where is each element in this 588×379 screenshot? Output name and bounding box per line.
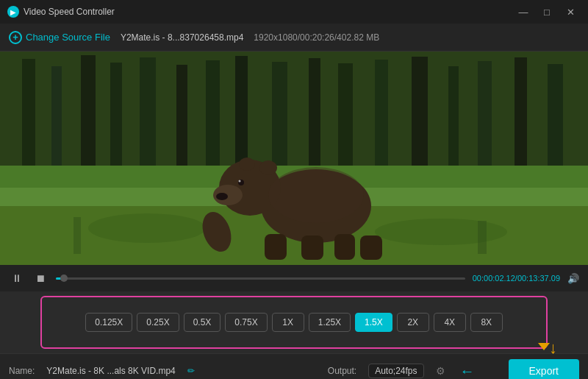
svg-rect-34 [265,234,287,260]
add-icon: + [9,31,22,44]
svg-rect-19 [548,64,563,169]
svg-rect-35 [301,235,323,260]
output-value[interactable]: Auto;24fps [368,364,423,378]
title-text: Video Speed Controller [24,7,115,17]
play-pause-button[interactable]: ⏸ [9,270,25,286]
volume-icon[interactable]: 🔊 [567,273,579,284]
svg-rect-14 [375,60,388,169]
svg-rect-8 [176,65,187,169]
speed-button-075X[interactable]: 0.75X [225,313,267,332]
video-thumbnail [0,52,588,265]
video-area[interactable] [0,52,588,265]
playback-bar: ⏸ ⏹ 00:00:02.12/00:13:37.09 🔊 [0,265,588,291]
app-icon: ▶ [7,6,19,18]
svg-rect-9 [206,60,220,169]
minimize-button[interactable]: — [513,4,534,19]
bottom-bar: Name: Y2Mate.is - 8K ...als 8K VID.mp4 ✏… [0,353,588,379]
svg-rect-16 [448,66,459,169]
speed-button-8X[interactable]: 8X [470,313,503,332]
svg-point-40 [216,193,228,200]
speed-button-05X[interactable]: 0.5X [184,313,221,332]
speed-button-0125X[interactable]: 0.125X [85,313,132,332]
progress-dot [60,274,68,282]
svg-rect-10 [235,56,248,169]
toolbar: + Change Source File Y2Mate.is - 8...837… [0,24,588,52]
file-name: Y2Mate.is - 8...837026458.mp4 [121,32,243,43]
close-button[interactable]: ✕ [560,4,581,19]
svg-rect-18 [514,57,527,169]
svg-rect-37 [360,235,382,260]
progress-track[interactable] [56,277,465,280]
speed-button-125X[interactable]: 1.25X [309,313,351,332]
svg-rect-12 [309,58,320,169]
export-button[interactable]: Export [509,359,579,379]
time-display: 00:00:02.12/00:13:37.09 [473,274,560,283]
file-info: Y2Mate.is - 8...837026458.mp4 1920x1080/… [121,32,379,43]
change-source-button[interactable]: + Change Source File [9,31,110,44]
svg-rect-17 [478,61,492,169]
svg-rect-26 [478,221,487,254]
name-label: Name: [9,366,35,376]
down-arrow-icon: ↓ [549,339,557,358]
svg-rect-36 [334,234,355,260]
svg-point-39 [268,167,364,223]
svg-rect-7 [140,57,156,168]
speed-button-1X[interactable]: 1X [272,313,304,332]
speed-button-15X[interactable]: 1.5X [355,313,392,332]
edit-icon[interactable]: ✏ [187,366,195,376]
svg-rect-25 [74,217,81,254]
title-bar: ▶ Video Speed Controller — □ ✕ [0,0,588,24]
name-value: Y2Mate.is - 8K ...als 8K VID.mp4 [46,366,175,376]
bottom-row1: Name: Y2Mate.is - 8K ...als 8K VID.mp4 ✏… [9,359,579,379]
maximize-button[interactable]: □ [537,4,557,19]
svg-point-31 [239,180,241,183]
speed-button-2X[interactable]: 2X [397,313,429,332]
speed-button-025X[interactable]: 0.25X [137,313,179,332]
svg-point-24 [375,219,507,245]
speed-button-4X[interactable]: 4X [434,313,466,332]
change-source-label: Change Source File [26,32,110,43]
svg-rect-5 [81,55,96,169]
stop-button[interactable]: ⏹ [32,270,49,286]
svg-rect-4 [51,66,62,169]
svg-rect-11 [272,62,287,169]
gear-icon[interactable]: ⚙ [436,365,445,377]
output-label: Output: [328,366,356,376]
left-arrow-indicator: ← [460,363,475,380]
svg-rect-15 [412,57,428,169]
svg-rect-3 [22,59,35,169]
svg-point-32 [259,160,277,175]
svg-rect-6 [110,63,122,169]
svg-rect-13 [338,63,353,169]
svg-point-23 [88,213,206,243]
file-meta: 1920x1080/00:20:26/402.82 MB [254,32,379,43]
svg-point-33 [239,157,255,171]
title-left: ▶ Video Speed Controller [7,6,115,18]
speed-panel: 0.125X0.25X0.5X0.75X1X1.25X1.5X2X4X8X [40,296,548,349]
title-controls: — □ ✕ [513,4,581,19]
